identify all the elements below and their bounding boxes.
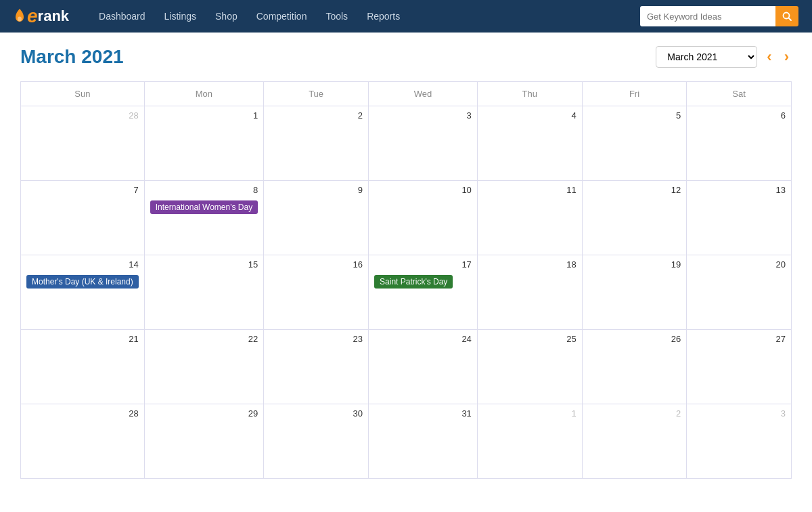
- calendar-day: 2: [264, 106, 369, 181]
- day-number: 18: [483, 259, 577, 270]
- col-header-wed: Wed: [369, 82, 478, 106]
- calendar-day: 20: [687, 255, 792, 330]
- day-number: 10: [374, 185, 472, 195]
- nav-link-tools[interactable]: Tools: [316, 0, 357, 33]
- page-header: March 2021 January 2021February 2021Marc…: [20, 46, 792, 68]
- calendar-day: 28: [21, 106, 145, 181]
- calendar-day: 21: [21, 330, 145, 404]
- svg-line-2: [789, 18, 792, 21]
- col-header-fri: Fri: [582, 82, 686, 106]
- col-header-sat: Sat: [687, 82, 792, 106]
- calendar-event[interactable]: Saint Patrick's Day: [374, 275, 453, 289]
- calendar-day: 3: [369, 106, 478, 181]
- calendar-day: 2: [582, 404, 686, 479]
- day-number: 15: [150, 259, 258, 270]
- calendar-day: 8International Women's Day: [144, 181, 263, 255]
- day-number: 27: [692, 334, 786, 344]
- day-number: 3: [374, 110, 472, 121]
- search-button[interactable]: [775, 6, 798, 26]
- calendar-week-4: 21222324252627: [21, 330, 792, 404]
- day-number: 4: [483, 110, 577, 121]
- day-number: 3: [692, 408, 786, 419]
- day-number: 31: [374, 408, 472, 419]
- day-number: 28: [26, 408, 139, 419]
- day-number: 2: [588, 408, 681, 419]
- day-number: 14: [26, 259, 139, 270]
- logo-rank: rank: [38, 7, 69, 25]
- col-header-sun: Sun: [21, 82, 145, 106]
- day-number: 13: [692, 185, 786, 195]
- day-number: 28: [26, 110, 139, 121]
- calendar-day: 24: [369, 330, 478, 404]
- col-header-mon: Mon: [144, 82, 263, 106]
- day-number: 12: [588, 185, 681, 195]
- logo-e: e: [27, 5, 38, 27]
- month-select[interactable]: January 2021February 2021March 2021April…: [656, 46, 757, 68]
- day-number: 11: [483, 185, 577, 195]
- calendar-day: 28: [21, 404, 145, 479]
- calendar-day: 19: [582, 255, 686, 330]
- calendar-day: 6: [687, 106, 792, 181]
- search-input[interactable]: [640, 6, 775, 26]
- day-number: 30: [269, 408, 363, 419]
- logo[interactable]: e rank: [14, 5, 69, 27]
- calendar-day: 5: [582, 106, 686, 181]
- day-number: 16: [269, 259, 363, 270]
- calendar-day: 25: [477, 330, 582, 404]
- calendar-day: 13: [687, 181, 792, 255]
- nav-link-dashboard[interactable]: Dashboard: [89, 0, 155, 33]
- calendar-day: 23: [264, 330, 369, 404]
- calendar-table: SunMonTueWedThuFriSat 2812345678Internat…: [20, 81, 792, 479]
- calendar-event[interactable]: International Women's Day: [150, 200, 258, 214]
- calendar-day: 7: [21, 181, 145, 255]
- calendar-day: 14Mother's Day (UK & Ireland): [21, 255, 145, 330]
- day-number: 22: [150, 334, 258, 344]
- nav-link-competition[interactable]: Competition: [247, 0, 317, 33]
- calendar-day: 22: [144, 330, 263, 404]
- calendar-day: 1: [477, 404, 582, 479]
- calendar-day: 10: [369, 181, 478, 255]
- col-header-tue: Tue: [264, 82, 369, 106]
- calendar-week-5: 28293031123: [21, 404, 792, 479]
- svg-point-0: [18, 17, 22, 22]
- calendar-week-2: 78International Women's Day910111213: [21, 181, 792, 255]
- day-number: 26: [588, 334, 681, 344]
- day-number: 1: [483, 408, 577, 419]
- day-number: 23: [269, 334, 363, 344]
- calendar-day: 3: [687, 404, 792, 479]
- prev-month-button[interactable]: ‹: [764, 48, 774, 66]
- calendar-day: 11: [477, 181, 582, 255]
- day-number: 5: [588, 110, 681, 121]
- calendar-day: 9: [264, 181, 369, 255]
- col-header-thu: Thu: [477, 82, 582, 106]
- calendar-day: 18: [477, 255, 582, 330]
- nav-link-reports[interactable]: Reports: [357, 0, 409, 33]
- day-number: 7: [26, 185, 139, 195]
- day-number: 19: [588, 259, 681, 270]
- nav-links: DashboardListingsShopCompetitionToolsRep…: [89, 0, 409, 33]
- calendar-page: March 2021 January 2021February 2021Marc…: [0, 33, 812, 492]
- calendar-day: 12: [582, 181, 686, 255]
- day-number: 20: [692, 259, 786, 270]
- calendar-day: 1: [144, 106, 263, 181]
- calendar-day: 4: [477, 106, 582, 181]
- search-area: [640, 6, 798, 26]
- calendar-day: 27: [687, 330, 792, 404]
- calendar-event[interactable]: Mother's Day (UK & Ireland): [26, 275, 139, 289]
- nav-link-shop[interactable]: Shop: [206, 0, 247, 33]
- nav-link-listings[interactable]: Listings: [155, 0, 206, 33]
- day-number: 6: [692, 110, 786, 121]
- calendar-day: 16: [264, 255, 369, 330]
- next-month-button[interactable]: ›: [782, 48, 792, 66]
- page-title: March 2021: [20, 46, 656, 68]
- day-number: 29: [150, 408, 258, 419]
- calendar-day: 29: [144, 404, 263, 479]
- calendar-day: 17Saint Patrick's Day: [369, 255, 478, 330]
- calendar-day: 31: [369, 404, 478, 479]
- day-number: 24: [374, 334, 472, 344]
- day-number: 9: [269, 185, 363, 195]
- calendar-week-1: 28123456: [21, 106, 792, 181]
- calendar-day: 15: [144, 255, 263, 330]
- day-number: 25: [483, 334, 577, 344]
- day-number: 8: [150, 185, 258, 195]
